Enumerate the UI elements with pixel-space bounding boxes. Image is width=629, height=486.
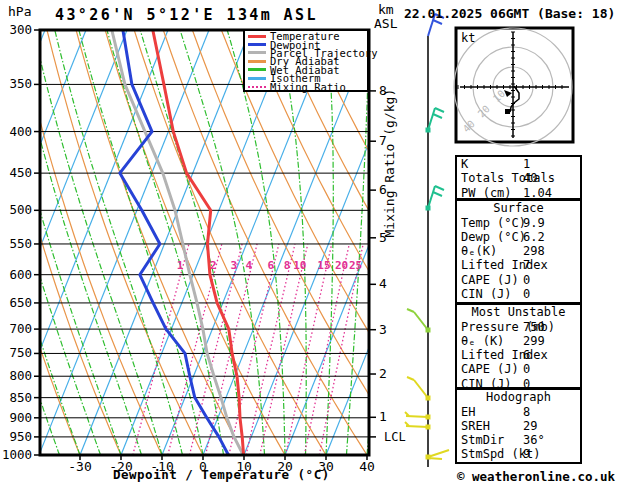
stat-row-totals: Totals Totals40 [457, 171, 580, 185]
km-tick-label: 1 [379, 409, 387, 424]
mixing-ratio-value: 10 [293, 259, 306, 272]
stat-value: 299 [523, 334, 545, 348]
stat-label: Dewp (°C) [461, 230, 526, 244]
stat-row-li-mu: Lifted Index6 [457, 348, 580, 362]
km-tick-label: 3 [379, 322, 387, 337]
km-tick-label: 2 [379, 366, 387, 381]
pressure-tick-label: 350 [9, 76, 32, 91]
wet-adiabat-line [279, 30, 307, 455]
temp-tick-label: 40 [359, 459, 375, 474]
parcel-line-swatch [248, 51, 266, 54]
isotherm-line [0, 30, 4, 455]
stat-value: 0 [523, 287, 530, 301]
dewpoint-curve [120, 30, 229, 455]
stat-value: 29 [523, 419, 537, 433]
stat-row-temp: Temp (°C)9.9 [457, 216, 580, 230]
mixing-ratio-value: 25 [349, 259, 362, 272]
dry-adiabat-line [105, 30, 285, 455]
stat-row-pressure: Pressure (mb)750 [457, 320, 580, 334]
run-date: 22.01.2025 06GMT (Base: 18) [404, 6, 615, 21]
wet-adiabat-line [79, 30, 203, 455]
panel-title: Hodograph [457, 390, 580, 405]
hodograph-panel: Hodograph EH8 SREH29 StmDir36° StmSpd (k… [455, 388, 582, 464]
wind-barb-icon [405, 412, 431, 420]
stat-label: Temp (°C) [461, 216, 526, 230]
legend-box: Temperature Dewpoint Parcel Trajectory D… [243, 29, 369, 92]
indices-panel: K1 Totals Totals40 PW (cm)1.04 [455, 155, 582, 200]
mixing-ratio-value: 3 [230, 259, 237, 272]
pressure-tick-label: 550 [9, 236, 32, 251]
temperature-curve [153, 30, 244, 455]
stat-row-stmdir: StmDir36° [457, 433, 580, 447]
plot-frame [40, 30, 369, 455]
stat-label: Lifted Index [461, 348, 548, 362]
copyright-credit: © weatheronline.co.uk [457, 469, 615, 484]
wet-adiabat-line-swatch [248, 68, 266, 71]
stat-value: 0 [523, 273, 530, 287]
pressure-tick-label: 700 [9, 321, 32, 336]
pressure-tick-label: 800 [9, 368, 32, 383]
mixing-ratio-labels: 12346810152025 [177, 259, 362, 272]
dewpoint-line-swatch [248, 43, 266, 46]
stat-row-sreh: SREH29 [457, 419, 580, 433]
stat-row-thetae-mu: θₑ (K)299 [457, 334, 580, 348]
wind-barb-icon [407, 377, 431, 401]
stat-label: θₑ (K) [461, 334, 504, 348]
most-unstable-panel: Most Unstable Pressure (mb)750 θₑ (K)299… [455, 303, 582, 389]
stat-label: SREH [461, 419, 490, 433]
hodograph-trace-end [505, 109, 510, 114]
stat-value: 1.04 [523, 186, 552, 200]
lcl-label: LCL [384, 430, 406, 444]
stat-value: 6 [523, 348, 530, 362]
stat-value: 0 [523, 362, 530, 376]
stat-row-li: Lifted Index7 [457, 258, 580, 272]
wind-barb-icon [405, 422, 431, 430]
panel-title: Surface [457, 201, 580, 216]
mixing-ratio-value: 1 [177, 259, 184, 272]
mixing-ratio-value: 4 [246, 259, 253, 272]
mixing-ratio-axis-label: Mixing Ratio (g/kg) [382, 89, 397, 238]
stat-value: 9.9 [523, 216, 545, 230]
stat-row-dewp: Dewp (°C)6.2 [457, 230, 580, 244]
mixing-ratio-value: 8 [284, 259, 291, 272]
stat-row-stmspd: StmSpd (kt)9 [457, 447, 580, 461]
stat-row-cape-mu: CAPE (J)0 [457, 362, 580, 376]
stat-value: 6.2 [523, 230, 545, 244]
stat-row-cape: CAPE (J)0 [457, 273, 580, 287]
wind-barb-icon [426, 450, 450, 460]
wind-barb-column [405, 14, 449, 467]
pressure-tick-label: 950 [9, 429, 32, 444]
legend-item-mixing-ratio: Mixing Ratio [248, 82, 367, 90]
mixing-ratio-line-swatch [248, 86, 266, 88]
dry-adiabat-line-swatch [248, 60, 266, 63]
mixing-ratio-value: 15 [317, 259, 330, 272]
stat-label: CAPE (J) [461, 273, 519, 287]
stat-value: 750 [523, 320, 545, 334]
km-axis-unit: km [378, 2, 394, 17]
stat-label: K [461, 157, 468, 171]
stat-label: StmDir [461, 433, 504, 447]
pressure-tick-label: 500 [9, 202, 32, 217]
asl-axis-unit: ASL [374, 16, 397, 31]
hodograph-unit: kt [461, 31, 475, 45]
page-title: 43°26'N 5°12'E 134m ASL [55, 6, 318, 24]
pressure-tick-label: 900 [9, 410, 32, 425]
dry-adiabat-line [134, 30, 326, 455]
temp-tick-label: -30 [68, 459, 91, 474]
pressure-tick-label: 750 [9, 345, 32, 360]
temperature-line-swatch [248, 35, 266, 38]
panel-title: Most Unstable [457, 305, 580, 320]
legend-label: Mixing Ratio [270, 81, 346, 93]
pressure-tick-label: 1000 [2, 447, 32, 462]
pressure-tick-label: 450 [9, 165, 32, 180]
dry-adiabat-line [221, 30, 449, 455]
pressure-tick-label: 600 [9, 267, 32, 282]
wet-adiabat-line [227, 30, 285, 455]
stat-row-k: K1 [457, 157, 580, 171]
stat-value: 298 [523, 244, 545, 258]
x-axis-title: Dewpoint / Temperature (°C) [113, 467, 330, 482]
stat-label: CIN (J) [461, 287, 512, 301]
pressure-tick-label: 400 [9, 124, 32, 139]
stat-value: 40 [523, 171, 537, 185]
wind-barb-icon [407, 309, 431, 333]
